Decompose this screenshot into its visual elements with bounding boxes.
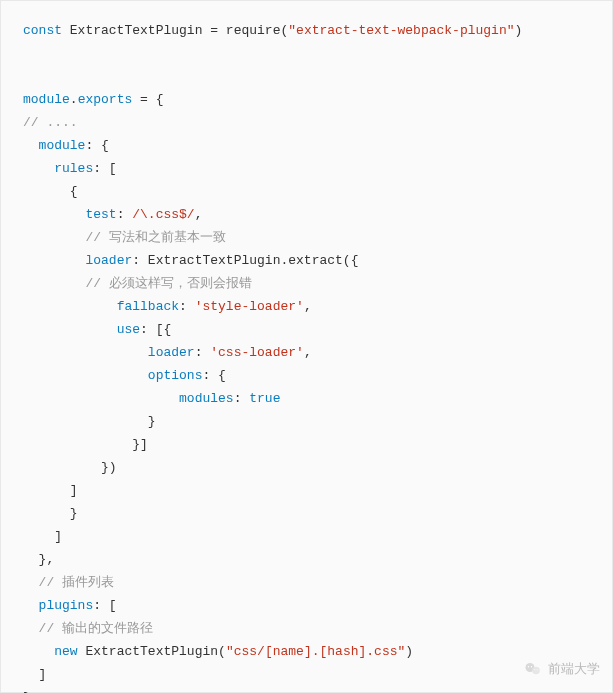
token-prop: rules xyxy=(54,161,93,176)
token-plain: { xyxy=(70,184,78,199)
token-prop: exports xyxy=(78,92,133,107)
token-str: "extract-text-webpack-plugin" xyxy=(288,23,514,38)
code-line: }, xyxy=(23,552,54,567)
token-plain: : xyxy=(117,207,133,222)
wechat-icon xyxy=(524,660,542,678)
code-line: const ExtractTextPlugin = require("extra… xyxy=(23,23,522,38)
code-line: ] xyxy=(23,483,78,498)
token-bool: true xyxy=(249,391,280,406)
token-plain: }] xyxy=(132,437,148,452)
token-prop: modules xyxy=(179,391,234,406)
code-line: module: { xyxy=(23,138,109,153)
code-line: // .... xyxy=(23,115,78,130)
code-line: loader: ExtractTextPlugin.extract({ xyxy=(23,253,358,268)
code-line: use: [{ xyxy=(23,322,171,337)
code-line: rules: [ xyxy=(23,161,117,176)
code-line: } xyxy=(23,414,156,429)
token-plain: }, xyxy=(39,552,55,567)
watermark-text: 前端大学 xyxy=(548,660,600,678)
token-kw: const xyxy=(23,23,70,38)
token-plain: ] xyxy=(39,667,47,682)
token-dot: . xyxy=(70,92,78,107)
code-line: }) xyxy=(23,460,117,475)
token-str: "css/[name].[hash].css" xyxy=(226,644,405,659)
token-ident: ExtractTextPlugin xyxy=(85,644,218,659)
code-line: // 插件列表 xyxy=(23,575,114,590)
svg-point-2 xyxy=(528,666,529,667)
code-line: options: { xyxy=(23,368,226,383)
token-plain: : xyxy=(195,345,211,360)
token-paren: ) xyxy=(405,644,413,659)
token-prop: test xyxy=(85,207,116,222)
token-prop: module xyxy=(23,92,70,107)
token-kw: new xyxy=(54,644,85,659)
token-plain: , xyxy=(304,299,312,314)
token-plain: } xyxy=(148,414,156,429)
svg-point-4 xyxy=(534,669,535,670)
token-cmt: // .... xyxy=(23,115,78,130)
token-plain: , xyxy=(304,345,312,360)
code-line: loader: 'css-loader', xyxy=(23,345,312,360)
token-paren: = xyxy=(210,23,226,38)
code-line: new ExtractTextPlugin("css/[name].[hash]… xyxy=(23,644,413,659)
token-ident: ExtractTextPlugin xyxy=(70,23,210,38)
code-line: // 必须这样写，否则会报错 xyxy=(23,276,252,291)
token-plain: : xyxy=(234,391,250,406)
code-line: }] xyxy=(23,437,148,452)
token-plain: }) xyxy=(101,460,117,475)
token-regex: /\.css$/ xyxy=(132,207,194,222)
token-str: 'css-loader' xyxy=(210,345,304,360)
code-line: // 输出的文件路径 xyxy=(23,621,153,636)
token-prop: loader xyxy=(148,345,195,360)
token-plain: : [ xyxy=(93,598,116,613)
code-content: const ExtractTextPlugin = require("extra… xyxy=(23,19,590,693)
code-line: plugins: [ xyxy=(23,598,117,613)
token-prop: fallback xyxy=(117,299,179,314)
code-line: // 写法和之前基本一致 xyxy=(23,230,226,245)
code-block: const ExtractTextPlugin = require("extra… xyxy=(0,0,613,693)
token-plain: = { xyxy=(132,92,163,107)
watermark: 前端大学 xyxy=(524,660,600,678)
token-cmt: // 插件列表 xyxy=(39,575,114,590)
token-prop: use xyxy=(117,322,140,337)
code-line: test: /\.css$/, xyxy=(23,207,202,222)
code-line: ] xyxy=(23,667,46,682)
token-prop: loader xyxy=(85,253,132,268)
svg-point-1 xyxy=(532,667,540,675)
token-plain: ] xyxy=(54,529,62,544)
code-line: { xyxy=(23,184,78,199)
token-cmt: // 写法和之前基本一致 xyxy=(85,230,225,245)
token-plain: , xyxy=(195,207,203,222)
token-paren: ) xyxy=(515,23,523,38)
code-line: } xyxy=(23,506,78,521)
token-plain: ] xyxy=(70,483,78,498)
token-plain: } xyxy=(70,506,78,521)
code-line: modules: true xyxy=(23,391,280,406)
token-plain: : [ xyxy=(93,161,116,176)
token-fn: require xyxy=(226,23,281,38)
token-plain: : ExtractTextPlugin.extract({ xyxy=(132,253,358,268)
token-cmt: // 必须这样写，否则会报错 xyxy=(85,276,251,291)
token-plain: : { xyxy=(85,138,108,153)
code-line: module.exports = { xyxy=(23,92,163,107)
token-plain: : xyxy=(179,299,195,314)
token-paren: ( xyxy=(218,644,226,659)
token-prop: module xyxy=(39,138,86,153)
token-prop: plugins xyxy=(39,598,94,613)
token-plain: : [{ xyxy=(140,322,171,337)
code-line: fallback: 'style-loader', xyxy=(23,299,312,314)
token-plain: : { xyxy=(202,368,225,383)
code-line: ] xyxy=(23,529,62,544)
token-str: 'style-loader' xyxy=(195,299,304,314)
svg-point-3 xyxy=(531,666,532,667)
svg-point-5 xyxy=(537,669,538,670)
token-prop: options xyxy=(148,368,203,383)
token-cmt: // 输出的文件路径 xyxy=(39,621,153,636)
